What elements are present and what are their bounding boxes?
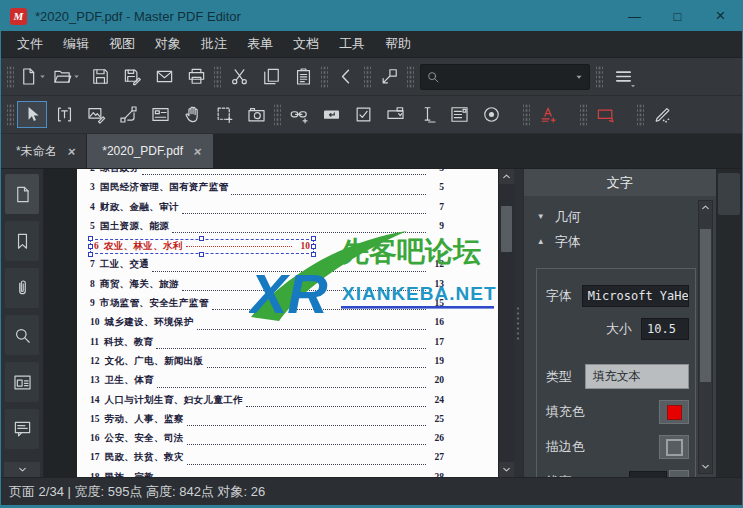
- hand-button[interactable]: [177, 101, 207, 128]
- radio-field-button[interactable]: [476, 101, 506, 128]
- save-button[interactable]: [85, 63, 115, 90]
- edit-image-button[interactable]: [81, 101, 111, 128]
- menu-item-7[interactable]: 工具: [329, 31, 375, 57]
- menu-item-3[interactable]: 对象: [145, 31, 191, 57]
- add-text-annotation-button[interactable]: [533, 101, 563, 128]
- new-document-button[interactable]: [17, 63, 49, 90]
- email-button[interactable]: [149, 63, 179, 90]
- selection-handle[interactable]: [88, 236, 93, 241]
- tab-1[interactable]: *2020_PDF.pdf×: [87, 134, 212, 168]
- type-dropdown[interactable]: 填充文本: [585, 364, 689, 389]
- edit-text-button[interactable]: [49, 101, 79, 128]
- checkbox-field-button[interactable]: [348, 101, 378, 128]
- panel-scrollbar[interactable]: [698, 200, 713, 474]
- selection-box[interactable]: 6农业、林业、水利10: [90, 239, 314, 254]
- toolbar-grip[interactable]: [523, 103, 530, 127]
- maximize-button[interactable]: □: [656, 1, 699, 31]
- sidebar-attachments-button[interactable]: [5, 268, 39, 308]
- toolbar-grip[interactable]: [214, 65, 221, 89]
- properties-toggle-tab[interactable]: [718, 173, 740, 215]
- scrollbar-thumb[interactable]: [501, 206, 512, 252]
- combobox-field-button[interactable]: [380, 101, 410, 128]
- print-button[interactable]: [181, 63, 211, 90]
- main-menu-button[interactable]: [608, 63, 638, 90]
- panel-scroll-down-button[interactable]: [699, 460, 712, 473]
- scroll-down-button[interactable]: [499, 462, 514, 477]
- line-width-dropdown-button[interactable]: [669, 470, 689, 477]
- edit-forms-button[interactable]: [145, 101, 175, 128]
- toolbar-grip[interactable]: [580, 103, 587, 127]
- menu-item-8[interactable]: 帮助: [375, 31, 421, 57]
- tab-0[interactable]: *未命名×: [1, 134, 86, 168]
- font-size-field[interactable]: 10.5: [641, 318, 689, 340]
- select-arrow-button[interactable]: [17, 101, 47, 128]
- toolbar-grip[interactable]: [7, 103, 14, 127]
- selection-handle[interactable]: [311, 244, 316, 249]
- rectangle-annotation-button[interactable]: [590, 101, 620, 128]
- close-button[interactable]: ×: [699, 1, 742, 31]
- selection-handle[interactable]: [88, 244, 93, 249]
- panel-scrollbar-track[interactable]: [699, 214, 712, 460]
- toolbar-grip[interactable]: [321, 65, 328, 89]
- pdf-page[interactable]: 2综合政务33国民经济管理、国有资产监管54财政、金融、审计75国土资源、能源9…: [77, 169, 498, 477]
- toolbar-grip[interactable]: [596, 65, 603, 89]
- menu-item-0[interactable]: 文件: [7, 31, 53, 57]
- menu-item-6[interactable]: 文档: [283, 31, 329, 57]
- menu-item-1[interactable]: 编辑: [53, 31, 99, 57]
- search-input[interactable]: [440, 69, 574, 85]
- document-scrollbar[interactable]: [498, 169, 514, 477]
- sidebar-thumbnails-button[interactable]: [5, 174, 39, 214]
- document-area[interactable]: 2综合政务33国民经济管理、国有资产监管54财政、金融、审计75国土资源、能源9…: [44, 169, 498, 477]
- scrollbar-track[interactable]: [499, 184, 514, 462]
- sidebar-bookmarks-button[interactable]: [5, 221, 39, 261]
- toolbar-grip[interactable]: [274, 103, 281, 127]
- cut-button[interactable]: [224, 63, 254, 90]
- save-as-button[interactable]: [117, 63, 147, 90]
- fill-color-swatch[interactable]: [659, 400, 689, 424]
- listbox-field-button[interactable]: [444, 101, 474, 128]
- line-width-field[interactable]: 1: [629, 471, 667, 478]
- selection-handle[interactable]: [311, 236, 316, 241]
- paste-button[interactable]: [288, 63, 318, 90]
- toolbar-grip[interactable]: [637, 103, 644, 127]
- add-link-button[interactable]: [284, 101, 314, 128]
- button-field-button[interactable]: [316, 101, 346, 128]
- panel-section-1[interactable]: ▲字体: [536, 229, 696, 254]
- menu-item-5[interactable]: 表单: [237, 31, 283, 57]
- caret-down-icon[interactable]: [574, 68, 584, 86]
- scroll-up-button[interactable]: [499, 169, 514, 184]
- panel-scrollbar-thumb[interactable]: [700, 229, 711, 382]
- selection-handle[interactable]: [88, 252, 93, 257]
- select-region-button[interactable]: [209, 101, 239, 128]
- selection-handle[interactable]: [311, 252, 316, 257]
- edit-path-button[interactable]: [113, 101, 143, 128]
- toolbar-grip[interactable]: [7, 65, 14, 89]
- menu-item-4[interactable]: 批注: [191, 31, 237, 57]
- toolbar-grip[interactable]: [364, 65, 371, 89]
- panel-splitter[interactable]: [514, 169, 523, 477]
- section-collapse-icon[interactable]: ▼: [536, 212, 546, 221]
- sidebar-comments-button[interactable]: [5, 409, 39, 449]
- panel-scroll-up-button[interactable]: [699, 201, 712, 214]
- stroke-color-swatch[interactable]: [659, 435, 689, 459]
- open-folder-button[interactable]: [51, 63, 83, 90]
- tab-close-icon[interactable]: ×: [193, 144, 203, 159]
- selection-handle[interactable]: [199, 252, 204, 257]
- sidebar-search-button[interactable]: [5, 315, 39, 355]
- sidebar-more-button[interactable]: [4, 462, 40, 477]
- eraser-button[interactable]: [647, 101, 677, 128]
- selection-handle[interactable]: [199, 236, 204, 241]
- copy-button[interactable]: [256, 63, 286, 90]
- font-name-field[interactable]: Microsoft YaHei: [582, 285, 689, 307]
- sidebar-layers-button[interactable]: [5, 362, 39, 402]
- menu-item-2[interactable]: 视图: [99, 31, 145, 57]
- tab-close-icon[interactable]: ×: [67, 144, 77, 159]
- toolbar-grip[interactable]: [407, 65, 414, 89]
- panel-section-0[interactable]: ▼几何: [536, 204, 696, 229]
- minimize-button[interactable]: —: [613, 1, 656, 31]
- back-button[interactable]: [331, 63, 361, 90]
- section-collapse-icon[interactable]: ▲: [536, 237, 546, 246]
- snapshot-button[interactable]: [241, 101, 271, 128]
- fit-visible-button[interactable]: [374, 63, 404, 90]
- text-field-button[interactable]: [412, 101, 442, 128]
